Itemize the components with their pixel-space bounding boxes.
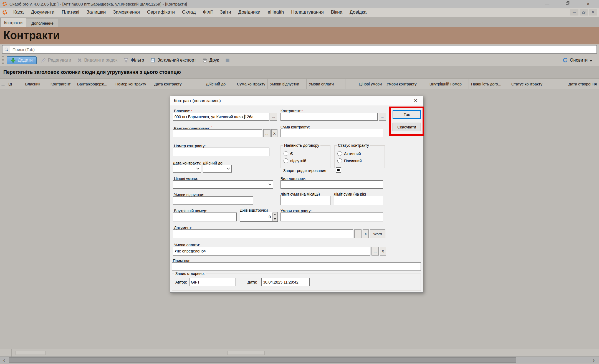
contract-date-combo[interactable] (173, 165, 201, 173)
column-header-id[interactable]: ІД (6, 79, 17, 89)
export-button[interactable]: Загальний експорт (148, 57, 198, 64)
refresh-dropdown-arrow-icon[interactable] (590, 60, 592, 63)
column-header-agreement-presence[interactable]: Наявність дого... (469, 79, 509, 89)
menu-item-dovidka[interactable]: Довідка (346, 8, 370, 17)
add-button[interactable]: Додати (7, 56, 37, 64)
menu-item-zamovlennia[interactable]: Замовлення (109, 8, 143, 17)
column-header-payment-terms[interactable]: Умови оплати (307, 79, 345, 89)
contract-status-group-label: Статус контракту (337, 143, 370, 148)
note-field[interactable] (172, 262, 421, 271)
columns-button[interactable] (223, 57, 232, 64)
status-option-active[interactable]: Активний (337, 151, 361, 156)
presence-option-absent[interactable]: відсутній (284, 158, 306, 163)
window-minimize-button[interactable]: — (544, 0, 551, 7)
contract-terms-field[interactable] (280, 213, 383, 221)
owner-field[interactable]: 003 пгт.Барышевка, ул.Киевский шлях,126а (173, 113, 269, 121)
column-header-dispense-terms[interactable]: Умови відпустки (268, 79, 307, 89)
refresh-button[interactable]: Оновити (562, 57, 592, 63)
dialog-close-icon[interactable]: × (412, 97, 419, 104)
cancel-button[interactable]: Скасувати (393, 123, 421, 131)
tab-addition[interactable]: Дополнение (26, 19, 59, 27)
print-button[interactable]: Друк (200, 57, 221, 64)
column-header-contract-date[interactable]: Дата контракту (152, 79, 190, 89)
consignee-field[interactable] (173, 129, 262, 137)
delete-row-button[interactable]: Видалити рядок (75, 57, 119, 64)
deferral-days-spinner[interactable]: 0 (240, 212, 278, 222)
dispense-terms-field[interactable] (173, 196, 253, 205)
internal-number-field[interactable] (173, 213, 237, 221)
menu-item-filii[interactable]: Філії (199, 8, 216, 17)
status-option-passive[interactable]: Пасивний (337, 158, 362, 163)
menu-item-ehealth[interactable]: eHealth (264, 8, 288, 17)
menu-item-kasa[interactable]: Каса (10, 8, 27, 17)
payment-term-browse-button[interactable]: ... (371, 247, 379, 256)
presence-option-yes[interactable]: Є (284, 151, 293, 156)
contract-sum-field[interactable] (280, 129, 383, 137)
edit-ban-checkbox[interactable] (336, 167, 341, 173)
document-word-button[interactable]: Word (370, 229, 385, 238)
search-button[interactable] (3, 46, 10, 53)
agreement-kind-field[interactable] (280, 180, 383, 189)
radio-icon[interactable] (284, 151, 288, 156)
spinner-up-button[interactable] (272, 213, 277, 217)
search-input[interactable] (2, 45, 597, 54)
limit-month-field[interactable] (280, 196, 330, 205)
row-selector-icon[interactable] (0, 79, 6, 89)
scrollbar-thumb[interactable] (9, 357, 516, 363)
column-header-contract-terms[interactable]: Умови контракту (384, 79, 427, 89)
horizontal-scrollbar[interactable]: ‹ › (0, 357, 599, 363)
menu-item-dovidnyky[interactable]: Довідники (235, 8, 264, 17)
filter-button[interactable]: Фільтр (122, 57, 146, 64)
contragent-field[interactable] (280, 113, 378, 121)
contragent-browse-button[interactable]: ... (379, 113, 386, 121)
owner-browse-button[interactable]: ... (270, 113, 277, 121)
menu-item-dokumenty[interactable]: Документи (27, 8, 58, 17)
menu-item-nalashtuvannia[interactable]: Налаштування (287, 8, 327, 17)
column-header-contragent[interactable]: Контрагент (48, 79, 75, 89)
menu-item-sertyfikaty[interactable]: Сертифікати (143, 8, 178, 17)
column-header-contract-sum[interactable]: Сума контракту (228, 79, 268, 89)
radio-icon[interactable] (337, 158, 342, 163)
menu-item-zalyshky[interactable]: Залишки (83, 8, 109, 17)
payment-term-field[interactable] (173, 247, 370, 256)
menu-item-zvity[interactable]: Звіти (216, 8, 234, 17)
app-window: Скарб pro v. 4.0.2.85 [ІД: ] - [Апт №003… (0, 0, 599, 364)
ok-button[interactable]: Так (393, 110, 421, 119)
consignee-clear-button[interactable]: X (271, 129, 277, 137)
payment-term-clear-button[interactable]: X (380, 247, 386, 256)
scroll-left-arrow[interactable]: ‹ (0, 357, 8, 363)
toolbar-drag-handle[interactable] (2, 56, 4, 64)
consignee-browse-button[interactable]: ... (263, 129, 271, 137)
window-close-button[interactable]: × (585, 0, 592, 7)
menu-item-platezhi[interactable]: Платежі (58, 8, 83, 17)
price-terms-combo[interactable] (173, 180, 273, 189)
menu-item-sklad[interactable]: Склад (178, 8, 199, 17)
document-field[interactable] (173, 229, 353, 238)
mdi-close-button[interactable]: × (589, 9, 597, 16)
column-header-contract-number[interactable]: Номер контракту (113, 79, 152, 89)
column-header-consignee[interactable]: Вантажоодерж... (75, 79, 113, 89)
radio-icon[interactable] (337, 151, 342, 156)
mdi-minimize-button[interactable]: — (570, 9, 578, 16)
created-date-field[interactable] (261, 278, 310, 286)
column-header-valid-until[interactable]: Дійсний до (190, 79, 228, 89)
mdi-restore-button[interactable] (580, 9, 588, 16)
window-restore-button[interactable] (564, 0, 571, 7)
limit-year-field[interactable] (334, 196, 383, 205)
radio-icon[interactable] (284, 158, 288, 163)
column-header-created-date[interactable]: Дата створення (552, 79, 599, 89)
spinner-down-button[interactable] (272, 217, 277, 221)
column-header-contract-status[interactable]: Статус контракту (509, 79, 552, 89)
tab-contracts[interactable]: Контракти (1, 18, 26, 27)
document-clear-button[interactable]: X (363, 229, 369, 238)
contract-number-field[interactable] (173, 148, 269, 156)
author-field[interactable] (189, 278, 236, 286)
edit-button[interactable]: Редагувати (39, 57, 73, 64)
document-browse-button[interactable]: ... (354, 229, 362, 238)
menu-item-vikna[interactable]: Вікна (327, 8, 346, 17)
valid-until-combo[interactable] (203, 165, 232, 173)
column-header-internal-number[interactable]: Внутрішній номер (427, 79, 469, 89)
column-header-price-terms[interactable]: Цінові умови (345, 79, 384, 89)
scroll-right-arrow[interactable]: › (590, 357, 598, 363)
column-header-owner[interactable]: Власник (17, 79, 48, 89)
